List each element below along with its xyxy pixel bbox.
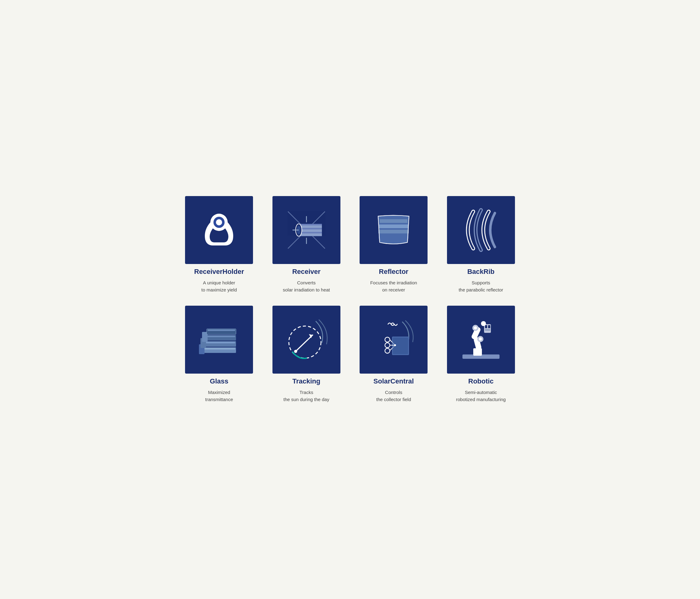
svg-point-40: [385, 348, 390, 353]
svg-point-39: [385, 343, 390, 348]
receiver-icon-box: [272, 196, 341, 264]
svg-rect-21: [204, 342, 235, 343]
svg-rect-15: [379, 225, 408, 228]
card-tracking: Tracking Tracks the sun during the day: [268, 306, 346, 403]
tracking-title: Tracking: [293, 377, 320, 385]
svg-point-50: [479, 337, 482, 341]
robotic-desc: Semi-automatic robotized manufacturing: [456, 389, 506, 403]
card-robotic: Robotic Semi-automatic robotized manufac…: [442, 306, 520, 403]
reflector-title: Reflector: [379, 268, 408, 276]
reflector-icon: [369, 205, 418, 255]
receiver-desc: Converts solar irradiation to heat: [283, 280, 330, 293]
card-solarcentral: SolarCentral Controls the collector fiel…: [355, 306, 433, 403]
svg-point-38: [385, 337, 390, 342]
solarcentral-desc: Controls the collector field: [376, 389, 411, 403]
glass-icon-box: [185, 306, 253, 373]
backrib-icon-box: [447, 196, 515, 264]
receiver-holder-icon-box: [185, 196, 253, 264]
svg-point-32: [294, 350, 297, 353]
receiver-holder-title: ReceiverHolder: [194, 268, 244, 276]
svg-rect-56: [485, 329, 490, 331]
glass-title: Glass: [210, 377, 228, 385]
card-backrib: BackRib Supports the parabolic reflector: [442, 196, 520, 293]
tracking-icon-box: [272, 306, 341, 373]
receiver-holder-icon: [194, 205, 244, 255]
svg-rect-14: [380, 219, 407, 223]
solarcentral-icon: [369, 315, 418, 364]
svg-rect-54: [485, 325, 487, 328]
card-receiver: Receiver Converts solar irradiation to h…: [268, 196, 346, 293]
robotic-title: Robotic: [468, 377, 494, 385]
svg-line-30: [296, 335, 312, 351]
backrib-icon: [456, 205, 506, 255]
svg-point-57: [481, 321, 486, 326]
backrib-desc: Supports the parabolic reflector: [459, 280, 503, 293]
reflector-icon-box: [359, 196, 428, 264]
svg-rect-16: [378, 230, 409, 233]
tracking-desc: Tracks the sun during the day: [283, 389, 329, 403]
svg-rect-23: [206, 336, 235, 337]
reflector-desc: Focuses the irradiation on receiver: [370, 280, 417, 293]
receiver-holder-desc: A unique holder to maximize yield: [201, 280, 237, 293]
main-grid: ReceiverHolder A unique holder to maximi…: [180, 196, 520, 403]
glass-icon: [194, 315, 244, 364]
receiver-icon: [282, 205, 331, 255]
glass-desc: Maximized transmittance: [205, 389, 233, 403]
svg-point-2: [216, 219, 222, 226]
robotic-icon: [456, 315, 506, 364]
robotic-icon-box: [447, 306, 515, 373]
solarcentral-icon-box: [359, 306, 428, 373]
svg-rect-17: [379, 235, 408, 239]
tracking-icon: [282, 315, 331, 364]
card-reflector: Reflector Focuses the irradiation on rec…: [355, 196, 433, 293]
card-receiver-holder: ReceiverHolder A unique holder to maximi…: [180, 196, 258, 293]
solarcentral-title: SolarCentral: [373, 377, 414, 385]
svg-rect-28: [207, 330, 235, 331]
svg-rect-19: [203, 348, 235, 349]
card-glass: Glass Maximized transmittance: [180, 306, 258, 403]
backrib-title: BackRib: [467, 268, 495, 276]
svg-rect-55: [488, 325, 490, 328]
receiver-title: Receiver: [292, 268, 321, 276]
svg-point-52: [474, 327, 477, 330]
